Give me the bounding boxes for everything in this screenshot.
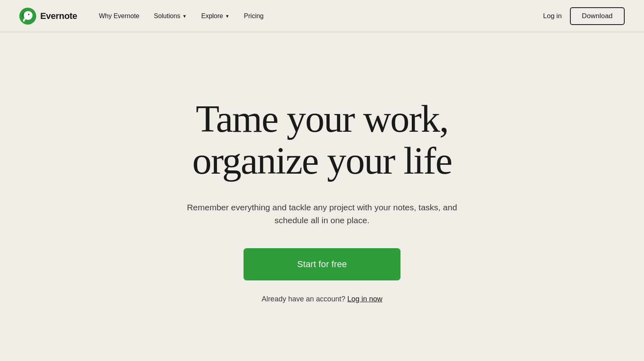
nav-right: Log in Download: [543, 7, 625, 25]
solutions-chevron-icon: ▼: [182, 14, 187, 19]
logo-text: Evernote: [40, 11, 77, 21]
nav-left: Evernote Why Evernote Solutions ▼ Explor…: [19, 8, 269, 25]
already-account-text: Already have an account? Log in now: [262, 295, 382, 303]
download-button[interactable]: Download: [570, 7, 625, 25]
evernote-logo-icon: [19, 8, 36, 25]
login-link[interactable]: Log in: [543, 12, 561, 20]
nav-links: Why Evernote Solutions ▼ Explore ▼ Prici…: [93, 9, 269, 23]
hero-subtitle: Remember everything and tackle any proje…: [177, 201, 467, 227]
explore-chevron-icon: ▼: [225, 14, 229, 19]
svg-point-5: [29, 14, 29, 14]
nav-explore[interactable]: Explore ▼: [196, 9, 235, 23]
login-now-link[interactable]: Log in now: [347, 295, 382, 303]
nav-pricing[interactable]: Pricing: [238, 9, 269, 23]
start-for-free-button[interactable]: Start for free: [244, 248, 400, 280]
hero-title: Tame your work, organize your life: [192, 98, 452, 181]
hero-section: Tame your work, organize your life Remem…: [0, 32, 644, 361]
nav-solutions[interactable]: Solutions ▼: [148, 9, 192, 23]
logo-link[interactable]: Evernote: [19, 8, 77, 25]
nav-why-evernote[interactable]: Why Evernote: [93, 9, 145, 23]
navbar: Evernote Why Evernote Solutions ▼ Explor…: [0, 0, 644, 32]
